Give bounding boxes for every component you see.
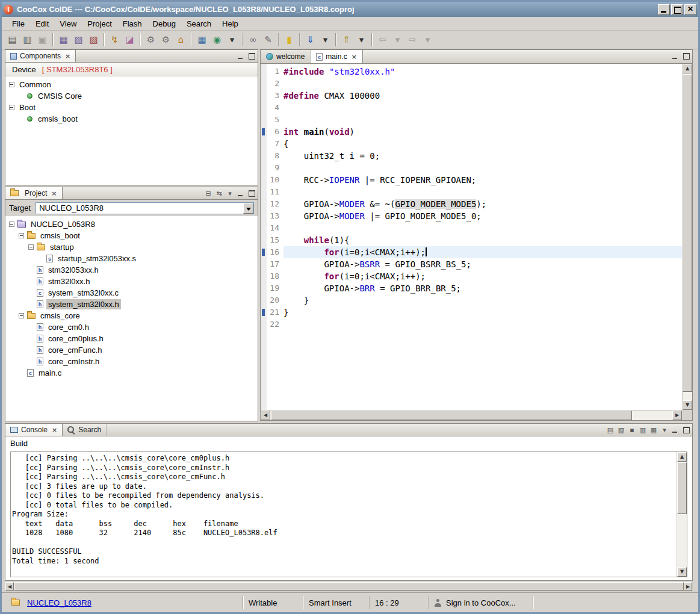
expander-icon[interactable] bbox=[28, 244, 34, 250]
scrollbar-thumb[interactable] bbox=[677, 462, 687, 514]
maximize-icon[interactable] bbox=[247, 189, 256, 197]
tab-project[interactable]: Project × bbox=[5, 187, 63, 199]
project-tree-item[interactable]: hstm32l053xx.h bbox=[5, 264, 258, 276]
project-tree-item[interactable]: hstm32l0xx.h bbox=[5, 276, 258, 287]
gutter-ruler[interactable] bbox=[261, 318, 267, 330]
code-line[interactable]: 15 while(1){ bbox=[261, 234, 682, 246]
close-tab-icon[interactable]: × bbox=[352, 54, 357, 60]
minimize-icon[interactable] bbox=[237, 52, 245, 60]
display-console-icon[interactable]: ▥ bbox=[639, 426, 647, 434]
scrollbar-thumb[interactable] bbox=[683, 74, 692, 392]
code-line[interactable]: 11 bbox=[261, 186, 682, 198]
step-icon[interactable]: ⇑ bbox=[339, 33, 354, 48]
project-tree-item[interactable]: hcore_cm0.h bbox=[5, 321, 258, 333]
scroll-up-icon[interactable]: ▲ bbox=[677, 452, 687, 462]
tab-components[interactable]: Components × bbox=[5, 50, 76, 62]
menu-flash[interactable]: Flash bbox=[117, 17, 147, 30]
new-file-icon[interactable]: ▤ bbox=[5, 33, 20, 48]
minimize-icon[interactable] bbox=[237, 189, 245, 197]
perspective-grid-icon[interactable]: ▦ bbox=[194, 33, 209, 48]
scroll-right-icon[interactable]: ▶ bbox=[684, 582, 692, 591]
code-line[interactable]: 1#include "stm32l0xx.h" bbox=[261, 66, 682, 78]
code-line[interactable]: 22 bbox=[261, 318, 682, 330]
scroll-right-icon[interactable]: ▶ bbox=[672, 411, 682, 420]
gutter-ruler[interactable] bbox=[261, 90, 267, 102]
gutter-ruler[interactable] bbox=[261, 222, 267, 234]
scroll-down-icon[interactable]: ▼ bbox=[683, 400, 692, 410]
compile-icon[interactable]: ▦ bbox=[56, 33, 71, 48]
editor-vertical-scrollbar[interactable]: ▲ ▼ bbox=[682, 64, 692, 410]
editor-tab-welcome[interactable]: welcome bbox=[261, 50, 311, 63]
project-tree-item[interactable]: hcore_cmInstr.h bbox=[5, 356, 258, 367]
minimize-icon[interactable] bbox=[671, 52, 680, 60]
gutter-ruler[interactable] bbox=[261, 114, 267, 126]
code-line[interactable]: 6int main(void) bbox=[261, 126, 682, 138]
title-bar[interactable]: I CooCox CoIDE --- C:/CooCox/CoIDE/works… bbox=[2, 2, 698, 17]
forward-menu-icon[interactable]: ▾ bbox=[420, 33, 435, 48]
gutter-ruler[interactable] bbox=[261, 174, 267, 186]
components-tree-item[interactable]: CMSIS Core bbox=[5, 90, 258, 102]
gutter-ruler[interactable] bbox=[261, 234, 267, 246]
scrollbar-thumb[interactable] bbox=[271, 411, 632, 420]
device-value[interactable]: [ STM32L053R8T6 ] bbox=[42, 65, 113, 74]
gutter-ruler[interactable] bbox=[261, 150, 267, 162]
project-tree-item[interactable]: cmsis_boot bbox=[5, 230, 258, 241]
open-console-icon[interactable]: ▦ bbox=[649, 426, 658, 434]
code-line[interactable]: 5 bbox=[261, 114, 682, 126]
menu-edit[interactable]: Edit bbox=[30, 17, 54, 30]
close-tab-icon[interactable]: × bbox=[51, 190, 57, 197]
maximize-icon[interactable] bbox=[682, 52, 690, 60]
new-project-icon[interactable]: ▥ bbox=[20, 33, 35, 48]
project-tree-item[interactable]: csystem_stm32l0xx.c bbox=[5, 287, 258, 299]
save-icon[interactable]: ▣ bbox=[35, 33, 50, 48]
console-vertical-scrollbar[interactable]: ▲ ▼ bbox=[677, 452, 687, 577]
scroll-left-icon[interactable]: ◀ bbox=[261, 411, 270, 420]
project-tree-item[interactable]: startup bbox=[5, 241, 258, 253]
editor-tab-main-c[interactable]: cmain.c× bbox=[311, 50, 363, 63]
menu-help[interactable]: Help bbox=[217, 17, 244, 30]
target-combobox[interactable]: NUCLEO_L053R8 bbox=[36, 202, 254, 214]
code-line[interactable]: 13 GPIOA->MODER |= GPIO_MODER_MODE5_0; bbox=[261, 210, 682, 222]
menu-file[interactable]: File bbox=[7, 17, 30, 30]
rebuild-icon[interactable]: ▨ bbox=[86, 33, 101, 48]
pin-console-icon[interactable]: ▪ bbox=[628, 426, 636, 434]
config-gear-icon[interactable]: ⚙ bbox=[143, 33, 158, 48]
menu-project[interactable]: Project bbox=[82, 17, 117, 30]
expander-icon[interactable] bbox=[9, 82, 14, 87]
debug-perspective-icon[interactable]: ◉ bbox=[209, 33, 225, 48]
minimize-icon[interactable] bbox=[671, 426, 680, 434]
code-line[interactable]: 4 bbox=[261, 102, 682, 114]
gutter-ruler[interactable] bbox=[261, 210, 267, 222]
export-log-icon[interactable]: ▤ bbox=[606, 426, 615, 434]
code-line[interactable]: 14 bbox=[261, 222, 682, 234]
gutter-ruler[interactable] bbox=[261, 246, 267, 258]
gutter-ruler[interactable] bbox=[261, 186, 267, 198]
menu-view[interactable]: View bbox=[54, 17, 82, 30]
editor-horizontal-scrollbar[interactable]: ◀ ▶ bbox=[261, 410, 682, 420]
project-tree-item[interactable]: cmain.c bbox=[5, 367, 258, 379]
maximize-window-button[interactable] bbox=[671, 4, 683, 15]
code-line[interactable]: 19 GPIOA->BRR = GPIO_BRR_BR_5; bbox=[261, 282, 682, 294]
build-icon[interactable]: ▧ bbox=[71, 33, 86, 48]
perspective-menu-icon[interactable]: ▾ bbox=[225, 33, 240, 48]
close-tab-icon[interactable]: × bbox=[65, 53, 70, 60]
clear-console-icon[interactable]: ▧ bbox=[617, 426, 625, 434]
gutter-ruler[interactable] bbox=[261, 270, 267, 282]
code-line[interactable]: 12 GPIOA->MODER &= ~(GPIO_MODER_MODE5); bbox=[261, 198, 682, 210]
project-link[interactable]: NUCLEO_L053R8 bbox=[27, 598, 91, 607]
combo-dropdown-icon[interactable] bbox=[243, 203, 253, 214]
link-with-editor-icon[interactable]: ⇆ bbox=[215, 189, 223, 197]
menu-debug[interactable]: Debug bbox=[147, 17, 181, 30]
components-tree-item[interactable]: Common bbox=[5, 79, 258, 90]
highlight-icon[interactable]: ▮ bbox=[282, 33, 297, 48]
gutter-ruler[interactable] bbox=[261, 78, 267, 90]
console-menu-icon[interactable]: ▾ bbox=[660, 426, 669, 434]
code-line[interactable]: 18 for(i=0;i<CMAX;i++); bbox=[261, 270, 682, 282]
gutter-ruler[interactable] bbox=[261, 138, 267, 150]
gutter-ruler[interactable] bbox=[261, 102, 267, 114]
console-output[interactable]: [cc] Parsing ..\..\..\cmsis_core\core_cm… bbox=[12, 454, 676, 577]
project-tree-item[interactable]: hcore_cm0plus.h bbox=[5, 333, 258, 344]
gutter-ruler[interactable] bbox=[261, 126, 267, 138]
brush-icon[interactable]: ✎ bbox=[261, 33, 276, 48]
close-tab-icon[interactable]: × bbox=[52, 427, 57, 433]
